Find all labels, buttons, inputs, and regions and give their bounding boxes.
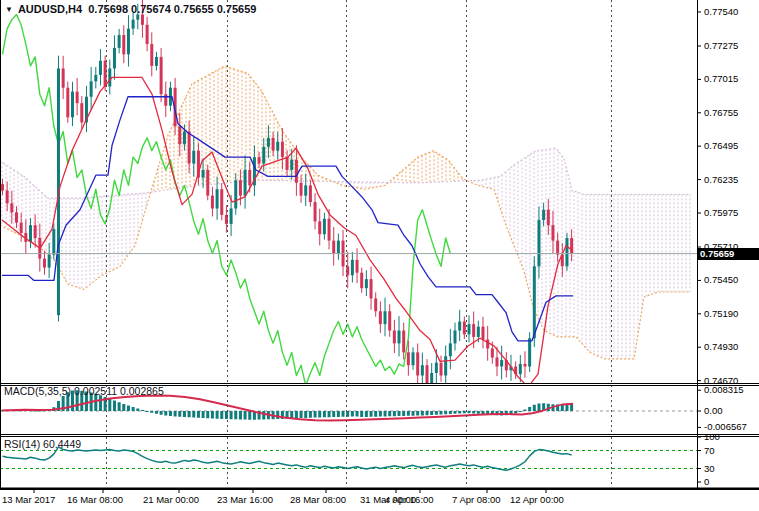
time-axis-label: 7 Apr 08:00	[452, 494, 501, 505]
main-panel	[0, 0, 697, 395]
senkou-span-b-line	[0, 148, 690, 198]
rsi-tick-label: 100	[704, 431, 720, 442]
rsi-indicator-label: RSI(14) 60.4449	[4, 438, 81, 450]
rsi-panel	[0, 447, 697, 470]
chart-canvas[interactable]	[0, 0, 759, 511]
macd-indicator-label: MACD(5,35,5) 0.002511 0.002865	[4, 385, 164, 397]
price-tick-label: 0.76495	[704, 140, 738, 151]
time-axis-label: 28 Mar 08:00	[290, 494, 346, 505]
price-tick-label: 0.77015	[704, 73, 738, 84]
rsi-value: 60.4449	[43, 438, 81, 450]
time-axis-label: 23 Mar 16:00	[217, 494, 273, 505]
ohlc-values: 0.75698 0.75674 0.75655 0.75659	[88, 3, 256, 15]
macd-values: 0.002511 0.002865	[74, 385, 164, 397]
price-tick-label: 0.76755	[704, 107, 738, 118]
chart-window: ▼AUDUSD,H4 0.75698 0.75674 0.75655 0.756…	[0, 0, 759, 511]
time-axis-label: 21 Mar 00:00	[143, 494, 199, 505]
time-axis-label: 16 Mar 08:00	[67, 494, 123, 505]
price-tick-label: 0.75710	[704, 241, 738, 252]
kijun-sen-line	[2, 97, 573, 341]
macd-tick-label: 0.00	[704, 405, 723, 416]
price-tick-label: 0.75975	[704, 207, 738, 218]
time-axis-label: 13 Mar 2017	[2, 494, 55, 505]
time-axis-label: 4 Apr 16:00	[385, 494, 434, 505]
chevron-down-icon[interactable]: ▼	[5, 5, 13, 14]
price-tick-label: 0.74930	[704, 341, 738, 352]
macd-tick-label: 0.008315	[704, 384, 744, 395]
rsi-tick-label: 0	[704, 476, 709, 487]
price-tick-label: 0.75190	[704, 308, 738, 319]
symbol-timeframe-label: AUDUSD,H4	[18, 3, 82, 15]
rsi-tick-label: 30	[704, 463, 715, 474]
price-tick-label: 0.77540	[704, 6, 738, 17]
rsi-name: RSI(14)	[4, 438, 40, 450]
price-tick-label: 0.77275	[704, 40, 738, 51]
grid-layer	[107, 0, 612, 487]
macd-name: MACD(5,35,5)	[4, 385, 71, 397]
price-tick-label: 0.76235	[704, 174, 738, 185]
price-tick-label: 0.75450	[704, 274, 738, 285]
chart-title: ▼AUDUSD,H4 0.75698 0.75674 0.75655 0.756…	[5, 3, 256, 15]
rsi-tick-label: 70	[704, 445, 715, 456]
time-axis-label: 12 Apr 00:00	[510, 494, 564, 505]
